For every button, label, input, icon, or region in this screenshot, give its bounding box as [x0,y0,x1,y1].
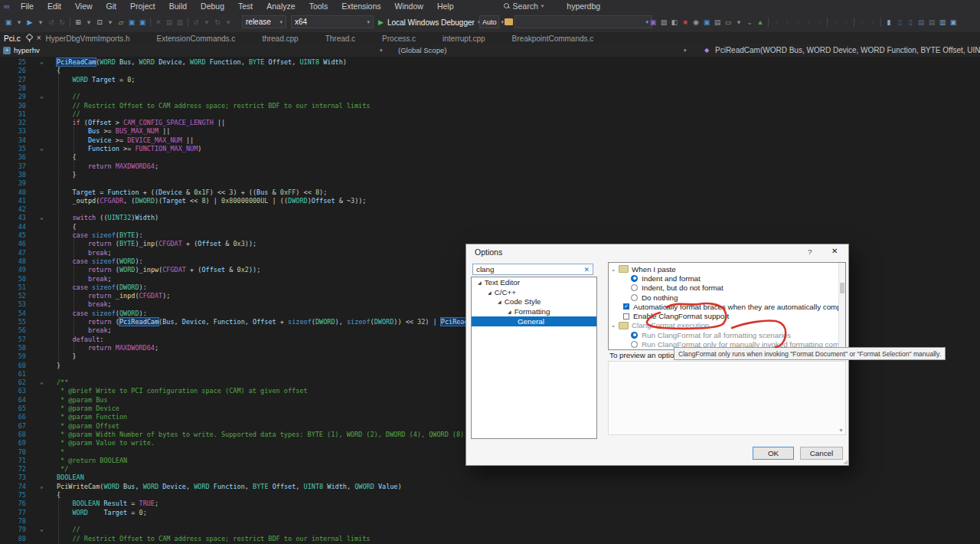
radio-indent-and-format[interactable]: Indent and format [609,274,845,283]
fold-chevron-icon[interactable]: ⌄ [40,144,44,152]
resize-grip[interactable]: ◢ [844,459,848,465]
dropdown-icon[interactable]: ▾ [733,15,744,29]
start-debugging-button[interactable]: ▶ Local Windows Debugger ▾ ▷ [378,15,493,29]
edit-window-icon[interactable]: ◧ [669,15,680,29]
menu-item-view[interactable]: View [68,0,100,12]
copy-icon[interactable]: ▤ [164,15,175,29]
extension-icon[interactable]: ▲ [755,15,766,29]
platform-combo[interactable]: x64▾ [291,15,374,28]
surround-icon[interactable]: ▫ [771,15,782,29]
radio-run-clangformat-for-all-formatting-scenarios[interactable]: Run ClangFormat for all formatting scena… [609,330,845,339]
add-file-icon[interactable]: ⊡ [94,15,105,29]
tree-item-c-c-[interactable]: ◢C/C++ [472,287,596,297]
uncomment-icon[interactable]: ▫ [792,15,803,29]
chevron-down-icon[interactable]: ⌄ [609,266,618,273]
startup-item-combo[interactable]: ▾ [514,15,652,28]
chevron-down-icon[interactable]: ▾ [684,44,687,57]
menu-item-tools[interactable]: Tools [302,0,335,12]
expander-icon[interactable]: ◢ [488,290,492,295]
fold-chevron-icon[interactable]: ⌄ [40,92,44,100]
options-search-input[interactable]: clang ✕ [472,264,593,275]
tree-item-formatting[interactable]: ◢Formatting [472,306,596,316]
project-dropdown[interactable]: hyperhv [14,44,40,57]
tab-hyperdbgvmmimports.h[interactable]: HyperDbgVmmImports.h [46,34,130,43]
undo-icon[interactable]: ↺ [191,15,201,29]
fold-chevron-icon[interactable]: ⌄ [40,213,44,221]
dropdown-icon[interactable]: ▾ [35,15,46,29]
pin-icon[interactable] [26,34,32,42]
add-item-icon[interactable]: ▣ [3,15,14,29]
clear-search-icon[interactable]: ✕ [583,266,590,274]
expander-icon[interactable]: ◢ [478,280,482,285]
checkbox-enable-clangformat-support[interactable]: Enable ClangFormat support [609,311,845,320]
menu-item-extensions[interactable]: Extensions [335,0,387,12]
fold-chevron-icon[interactable]: ⌄ [40,378,44,386]
open-folder-icon[interactable]: ▱ [116,15,126,29]
bookmark-window-icon[interactable]: ▣ [948,15,959,29]
group-when-i-paste[interactable]: ⌄When I paste [609,264,845,274]
configuration-combo[interactable]: release▾ [242,15,286,28]
tab-breakpointcommands.c[interactable]: BreakpointCommands.c [512,34,594,43]
scrollbar[interactable] [838,263,845,349]
menu-item-git[interactable]: Git [100,0,123,12]
tab-thread.c[interactable]: Thread.c [325,34,355,43]
scope-dropdown[interactable]: (Global Scope) [398,44,446,57]
tab-active[interactable]: Pci.c × [0,32,41,44]
close-icon[interactable]: ✕ [831,247,838,255]
radio-icon[interactable] [631,341,638,348]
navigate-back-icon[interactable]: ↺ [46,15,57,29]
dropdown-icon[interactable]: ▾ [201,15,212,29]
redo-icon[interactable]: ↻ [212,15,223,29]
layout-icon[interactable]: ▤ [712,15,723,29]
bookmark-folder2-icon[interactable]: ▤ [926,15,937,29]
scroll-down-icon[interactable]: ▼ [838,428,844,433]
checkbox-icon[interactable]: ✓ [623,303,629,310]
toolbox-icon[interactable]: ■ [680,15,691,29]
group-clangformat-execution[interactable]: ⌄ClangFormat execution [609,321,845,330]
save-icon[interactable]: ▣ [126,15,137,29]
watch-combo[interactable]: Auto▾ [479,15,499,28]
tab-process.c[interactable]: Process.c [382,34,416,43]
new-project-icon[interactable]: ⊞ [73,15,83,29]
fold-chevron-icon[interactable]: ⌄ [40,57,44,66]
folder-icon[interactable] [505,18,513,25]
prev-bookmark-icon[interactable]: ▯ [894,15,905,29]
chevron-down-icon[interactable]: ⌄ [609,322,618,329]
tree-item-text-editor[interactable]: ◢Text Editor [472,277,596,287]
menu-item-edit[interactable]: Edit [41,0,68,12]
vm-icon[interactable]: ▣ [701,15,712,29]
radio-indent-but-do-not-format[interactable]: Indent, but do not format [609,283,845,293]
save-all-icon[interactable]: ▣ [137,15,148,29]
collapse-icon[interactable]: ▫ [857,15,867,29]
window-list-icon[interactable]: ▭ [723,15,733,29]
menu-item-analyze[interactable]: Analyze [260,0,302,12]
indent-in-icon[interactable]: ▫ [841,15,851,29]
expand-icon[interactable]: ▫ [867,15,878,29]
expander-icon[interactable]: ◢ [508,309,511,314]
menu-item-test[interactable]: Test [231,0,260,12]
menu-item-debug[interactable]: Debug [194,0,231,12]
case-icon[interactable]: ▫ [814,15,825,29]
user-run-icon[interactable]: ◉ [691,15,701,29]
cancel-button[interactable]: Cancel [800,447,843,460]
menu-item-project[interactable]: Project [123,0,162,12]
search-box[interactable]: Search ▾ [504,2,544,11]
expander-icon[interactable]: ◢ [498,299,501,304]
menu-item-window[interactable]: Window [388,0,430,12]
fold-chevron-icon[interactable]: ⌄ [40,525,44,533]
paste-icon[interactable]: ▥ [175,15,185,29]
next-bookmark-icon[interactable]: ▯ [905,15,916,29]
checkbox-automatically-format-braces-when-they-are-automatically-completed[interactable]: ✓Automatically format braces when they a… [609,302,845,311]
window-settings-icon[interactable]: ▣ [648,15,658,29]
dropdown-icon[interactable]: ▾ [14,15,24,29]
bookmark-icon[interactable]: ▮ [884,15,894,29]
tree-item-code-style[interactable]: ◢Code Style [472,297,596,307]
comment-icon[interactable]: ▫ [782,15,792,29]
tab-extensioncommands.c[interactable]: ExtensionCommands.c [157,34,236,43]
tree-item-general[interactable]: General [472,316,596,326]
clear-bookmarks-icon[interactable]: ▥ [937,15,948,29]
menu-item-help[interactable]: Help [430,0,461,12]
scrollbar-thumb[interactable] [840,283,844,293]
checkbox-icon[interactable] [623,313,629,320]
wrench-icon[interactable]: ▨ [658,15,669,29]
